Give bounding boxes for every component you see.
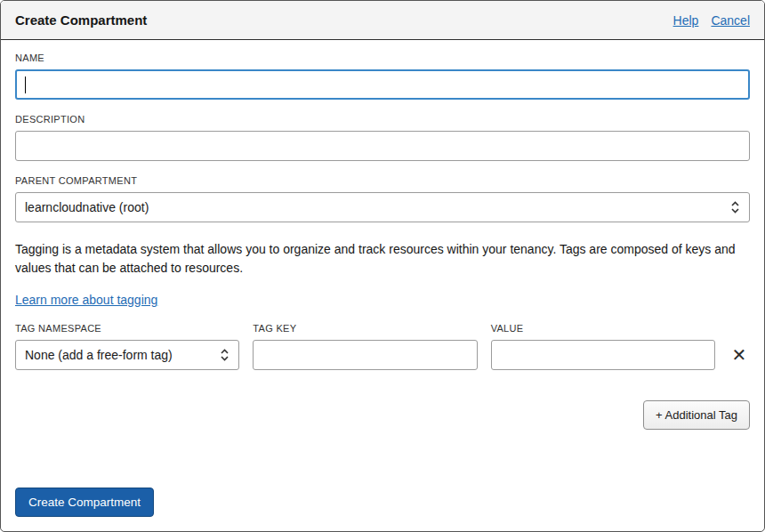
cancel-link[interactable]: Cancel (711, 13, 750, 28)
tag-value-input[interactable] (491, 340, 715, 370)
tag-key-input[interactable] (253, 340, 477, 370)
description-input[interactable] (15, 131, 750, 161)
chevron-up-down-icon (220, 347, 230, 363)
dialog-header: Create Compartment Help Cancel (1, 1, 764, 40)
name-input[interactable] (15, 69, 750, 100)
tag-key-label: TAG KEY (253, 323, 477, 334)
name-field-group: NAME (15, 52, 750, 100)
dialog-content: NAME DESCRIPTION PARENT COMPARTMENT lear… (1, 40, 764, 488)
parent-compartment-selected-value: learncloudnative (root) (25, 200, 730, 214)
name-input-wrap (15, 69, 750, 100)
parent-compartment-label: PARENT COMPARTMENT (15, 175, 750, 186)
tagging-learn-more-link[interactable]: Learn more about tagging (15, 293, 157, 307)
description-label: DESCRIPTION (15, 114, 750, 125)
tag-remove-col: ✕ (729, 323, 750, 364)
tag-namespace-select[interactable]: None (add a free-form tag) (15, 340, 239, 370)
create-compartment-dialog: Create Compartment Help Cancel NAME DESC… (0, 0, 765, 532)
description-field-group: DESCRIPTION (15, 114, 750, 161)
additional-tag-row: + Additional Tag (15, 400, 750, 430)
text-cursor (25, 77, 26, 93)
dialog-title: Create Compartment (15, 12, 147, 28)
remove-tag-icon[interactable]: ✕ (732, 346, 747, 364)
parent-compartment-field-group: PARENT COMPARTMENT learncloudnative (roo… (15, 175, 750, 222)
tag-value-col: VALUE (491, 323, 715, 370)
tagging-description: Tagging is a metadata system that allows… (15, 240, 750, 278)
header-links: Help Cancel (673, 13, 750, 28)
tag-namespace-label: TAG NAMESPACE (15, 323, 239, 334)
tag-key-col: TAG KEY (253, 323, 477, 370)
tag-namespace-selected-value: None (add a free-form tag) (25, 348, 220, 362)
tag-namespace-col: TAG NAMESPACE None (add a free-form tag) (15, 323, 239, 370)
name-label: NAME (15, 52, 750, 63)
help-link[interactable]: Help (673, 13, 699, 28)
create-compartment-button[interactable]: Create Compartment (15, 488, 154, 517)
dialog-footer: Create Compartment (1, 488, 764, 531)
tag-value-label: VALUE (491, 323, 715, 334)
additional-tag-button[interactable]: + Additional Tag (643, 400, 750, 430)
tag-row: TAG NAMESPACE None (add a free-form tag)… (15, 323, 750, 370)
parent-compartment-select[interactable]: learncloudnative (root) (15, 192, 750, 222)
chevron-up-down-icon (730, 199, 740, 215)
